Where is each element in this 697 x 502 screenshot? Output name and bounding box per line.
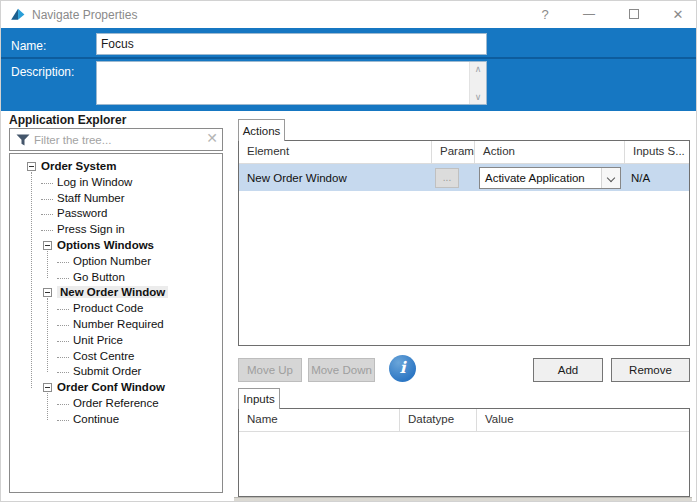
tree-connector xyxy=(57,309,69,310)
tree-item-label: Log in Window xyxy=(57,176,132,188)
tree-item[interactable]: Go Button xyxy=(10,270,222,286)
move-down-button[interactable]: Move Down xyxy=(308,358,375,382)
tree-item[interactable]: Unit Price xyxy=(10,333,222,349)
action-dropdown[interactable]: Activate Application xyxy=(479,167,621,189)
minimize-icon[interactable]: — xyxy=(578,5,600,24)
tree-item[interactable]: Order Reference xyxy=(10,396,222,412)
tree-connector xyxy=(57,420,69,421)
tree-item-label: Order Conf Window xyxy=(57,381,165,393)
tree-expander-icon[interactable] xyxy=(43,241,52,250)
actions-table-header: Element Params Action Inputs S... xyxy=(239,141,689,164)
application-explorer-title: Application Explorer xyxy=(9,113,126,127)
scroll-up-icon[interactable]: ∧ xyxy=(470,62,486,76)
description-textarea[interactable]: ∧ ∨ xyxy=(96,61,487,105)
tree-connector xyxy=(57,404,69,405)
params-button[interactable]: ... xyxy=(435,168,459,188)
tree-connector xyxy=(41,230,53,231)
tree-item-label: Order Reference xyxy=(73,397,159,409)
inputs-table-header: Name Datatype Value xyxy=(239,409,689,432)
window-bottom-edge xyxy=(234,497,692,502)
description-label: Description: xyxy=(11,65,74,79)
actions-table: Element Params Action Inputs S... New Or… xyxy=(238,140,690,346)
window-title: Navigate Properties xyxy=(32,8,137,22)
chevron-down-icon[interactable] xyxy=(601,168,620,188)
filter-clear-icon[interactable]: ✕ xyxy=(206,130,218,146)
tree-item[interactable]: Number Required xyxy=(10,317,222,333)
tree-connector xyxy=(57,341,69,342)
tree-item-label: Product Code xyxy=(73,302,143,314)
tree-item[interactable]: Press Sign in xyxy=(10,222,222,238)
tree-item-label: Submit Order xyxy=(73,365,141,377)
tree-item-label: Staff Number xyxy=(57,192,125,204)
info-icon[interactable]: i xyxy=(389,355,416,382)
action-element-cell: New Order Window xyxy=(239,172,432,184)
tree-connector xyxy=(41,199,53,200)
column-header-datatype[interactable]: Datatype xyxy=(400,409,477,431)
tree-item-label: Press Sign in xyxy=(57,223,125,235)
name-input[interactable] xyxy=(96,33,487,55)
close-icon[interactable]: ✕ xyxy=(667,5,689,24)
maximize-icon[interactable] xyxy=(623,5,645,24)
column-header-inputs-set[interactable]: Inputs S... xyxy=(625,141,689,163)
tree-item[interactable]: Product Code xyxy=(10,301,222,317)
tree-connector xyxy=(57,262,69,263)
column-header-element[interactable]: Element xyxy=(239,141,432,163)
help-icon[interactable]: ? xyxy=(534,5,556,24)
tree-item[interactable]: Order System xyxy=(10,159,222,175)
tree-expander-icon[interactable] xyxy=(43,383,52,392)
tree-connector xyxy=(57,325,69,326)
tree-item[interactable]: Continue xyxy=(10,412,222,428)
tree-item-label: Number Required xyxy=(73,318,164,330)
tree-filter: ✕ xyxy=(9,128,223,151)
tree-connector xyxy=(41,214,53,215)
tree-expander-icon[interactable] xyxy=(43,288,52,297)
tree-item[interactable]: New Order Window xyxy=(10,285,222,301)
tree-item-label: Unit Price xyxy=(73,334,123,346)
tree-item-label: Go Button xyxy=(73,271,125,283)
filter-funnel-icon xyxy=(16,134,30,146)
tree-item[interactable]: Staff Number xyxy=(10,191,222,207)
tab-actions[interactable]: Actions xyxy=(238,119,285,141)
tree-item-label: Continue xyxy=(73,413,119,425)
column-header-name[interactable]: Name xyxy=(239,409,400,431)
tree-item-label: Options Windows xyxy=(57,239,154,251)
add-button[interactable]: Add xyxy=(533,358,603,382)
filter-input[interactable] xyxy=(34,130,200,149)
application-explorer-tree: Order SystemLog in WindowStaff NumberPas… xyxy=(9,153,223,493)
tree-item[interactable]: Cost Centre xyxy=(10,349,222,365)
move-up-button[interactable]: Move Up xyxy=(238,358,302,382)
tree-item-label: New Order Window xyxy=(57,286,168,298)
name-label: Name: xyxy=(11,39,46,53)
tree-item-label: Option Number xyxy=(73,255,151,267)
navigate-properties-dialog: Navigate Properties ? — ✕ Name: Descript… xyxy=(0,0,697,502)
column-header-action[interactable]: Action xyxy=(475,141,625,163)
tree-item[interactable]: Password xyxy=(10,206,222,222)
tree-item-label: Cost Centre xyxy=(73,350,134,362)
tree-item[interactable]: Option Number xyxy=(10,254,222,270)
tree-connector xyxy=(57,357,69,358)
column-header-params[interactable]: Params xyxy=(432,141,475,163)
inputs-table: Name Datatype Value xyxy=(238,408,690,497)
title-bar: Navigate Properties ? — ✕ xyxy=(1,1,696,28)
tree-item[interactable]: Options Windows xyxy=(10,238,222,254)
action-dropdown-value: Activate Application xyxy=(480,172,601,184)
remove-button[interactable]: Remove xyxy=(611,358,690,382)
tree-item[interactable]: Log in Window xyxy=(10,175,222,191)
tree-connector xyxy=(57,278,69,279)
scroll-down-icon[interactable]: ∨ xyxy=(470,90,486,104)
navigate-stage-icon xyxy=(9,6,26,23)
header-divider xyxy=(1,57,697,59)
tree-item-label: Order System xyxy=(41,160,116,172)
description-scrollbar[interactable]: ∧ ∨ xyxy=(469,62,486,104)
tree-item[interactable]: Submit Order xyxy=(10,364,222,380)
tree-connector xyxy=(57,372,69,373)
action-inputs-set-cell: N/A xyxy=(625,172,689,184)
tree-item-label: Password xyxy=(57,207,108,219)
action-row[interactable]: New Order Window ... Activate Applicatio… xyxy=(239,164,689,191)
tree-expander-icon[interactable] xyxy=(27,162,36,171)
column-header-value[interactable]: Value xyxy=(477,409,689,431)
tree-connector xyxy=(41,183,53,184)
properties-header: Name: Description: ∧ ∨ xyxy=(1,28,697,111)
tab-inputs[interactable]: Inputs xyxy=(238,388,280,409)
tree-item[interactable]: Order Conf Window xyxy=(10,380,222,396)
